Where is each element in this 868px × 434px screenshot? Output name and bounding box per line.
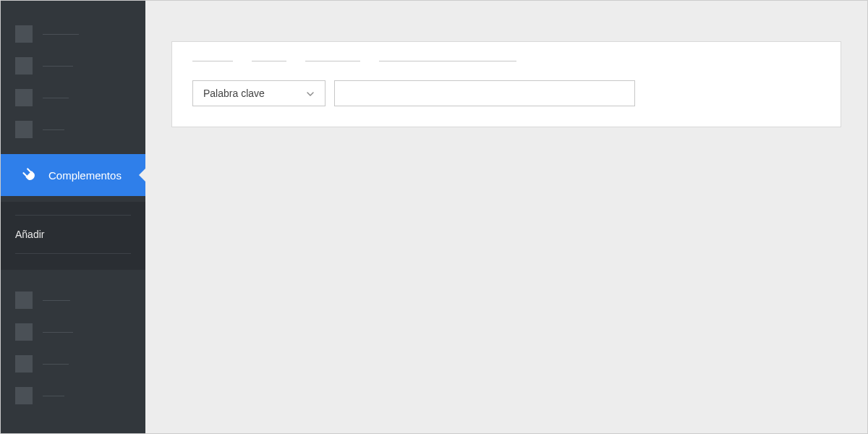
search-type-select[interactable]: Palabra clave	[192, 80, 326, 106]
sidebar-item-label	[43, 98, 69, 98]
chevron-down-icon	[306, 89, 315, 98]
search-input[interactable]	[334, 80, 635, 106]
main-content: Palabra clave	[145, 1, 867, 433]
sidebar-item-label	[43, 364, 69, 365]
divider	[15, 253, 131, 254]
sidebar-item[interactable]	[1, 284, 145, 316]
tab[interactable]	[379, 61, 516, 61]
menu-icon	[15, 355, 33, 373]
sidebar-item-label	[43, 34, 79, 35]
tab[interactable]	[252, 61, 286, 61]
sidebar-item[interactable]	[1, 114, 145, 145]
search-row: Palabra clave	[192, 80, 820, 106]
menu-icon	[15, 323, 33, 341]
menu-icon	[15, 25, 33, 43]
sidebar-item-label	[43, 300, 70, 301]
sidebar-bottom-group	[1, 270, 145, 412]
app-layout: Complementos Añadir	[1, 1, 867, 433]
sidebar-item[interactable]	[1, 380, 145, 412]
menu-icon	[15, 292, 33, 309]
sidebar-item-label	[43, 396, 64, 396]
sidebar-item[interactable]	[1, 316, 145, 348]
tab[interactable]	[305, 61, 360, 61]
sidebar-item[interactable]	[1, 18, 145, 50]
divider	[15, 215, 131, 216]
sidebar-item-label	[43, 129, 64, 130]
menu-icon	[15, 387, 33, 404]
search-panel: Palabra clave	[171, 41, 841, 127]
sidebar-submenu: Añadir	[1, 202, 145, 270]
sidebar-item[interactable]	[1, 348, 145, 380]
menu-icon	[15, 57, 33, 75]
sidebar: Complementos Añadir	[1, 1, 145, 433]
sidebar-item-plugins[interactable]: Complementos	[1, 154, 145, 196]
sidebar-item-label	[43, 332, 73, 333]
select-value: Palabra clave	[203, 88, 265, 99]
sidebar-item-label	[43, 66, 73, 67]
sidebar-subitem-add[interactable]: Añadir	[15, 226, 131, 243]
tab[interactable]	[192, 61, 233, 61]
tab-row	[192, 56, 820, 61]
plug-icon	[21, 166, 38, 184]
menu-icon	[15, 121, 33, 138]
sidebar-item-label: Complementos	[48, 169, 122, 182]
sidebar-item[interactable]	[1, 50, 145, 82]
sidebar-item[interactable]	[1, 82, 145, 114]
menu-icon	[15, 89, 33, 106]
